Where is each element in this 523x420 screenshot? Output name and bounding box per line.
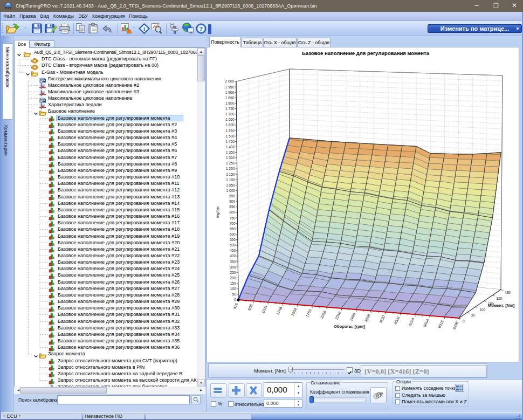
svg-text:2240: 2240 — [334, 311, 341, 320]
svg-text:400: 400 — [230, 254, 236, 258]
svg-text:1 250: 1 250 — [226, 161, 235, 165]
svg-text:2496: 2496 — [349, 312, 356, 321]
svg-text:600: 600 — [230, 232, 236, 236]
svg-text:2 000: 2 000 — [225, 79, 234, 83]
svg-text:1760: 1760 — [305, 308, 312, 318]
svg-text:150: 150 — [230, 281, 236, 285]
svg-text:Обороты, [rpm]: Обороты, [rpm] — [334, 324, 365, 329]
svg-text:250: 250 — [230, 271, 236, 274]
svg-text:1 350: 1 350 — [226, 150, 235, 154]
svg-text:320: 320 — [496, 297, 502, 300]
svg-text:5024: 5024 — [408, 317, 415, 326]
svg-text:1 700: 1 700 — [225, 112, 235, 116]
svg-text:950: 950 — [229, 194, 235, 198]
svg-text:1504: 1504 — [291, 307, 298, 316]
svg-text:1 800: 1 800 — [225, 101, 235, 105]
svg-text:0: 0 — [463, 319, 465, 323]
svg-text:450: 450 — [230, 249, 236, 252]
svg-text:1 100: 1 100 — [226, 178, 235, 182]
svg-text:1 900: 1 900 — [225, 91, 235, 94]
svg-text:100: 100 — [230, 287, 236, 291]
svg-text:1 500: 1 500 — [225, 134, 235, 138]
svg-text:1 400: 1 400 — [226, 145, 235, 149]
svg-text:1 600: 1 600 — [225, 123, 235, 127]
svg-text:100: 100 — [479, 308, 485, 312]
svg-text:1 650: 1 650 — [225, 118, 235, 121]
svg-text:5504: 5504 — [423, 318, 430, 327]
svg-text:50: 50 — [232, 292, 237, 296]
svg-text:1 000: 1 000 — [226, 189, 235, 192]
svg-text:550: 550 — [230, 238, 236, 242]
svg-text:1 050: 1 050 — [226, 183, 235, 187]
svg-text:Базовое наполнение для регулир: Базовое наполнение для регулирования мом… — [302, 50, 430, 56]
svg-text:850: 850 — [229, 205, 235, 209]
svg-text:500: 500 — [230, 243, 236, 247]
svg-text:i: i — [143, 25, 145, 32]
svg-text:200: 200 — [230, 276, 236, 280]
svg-text:30: 30 — [471, 313, 476, 317]
svg-text:1024: 1024 — [261, 305, 268, 314]
svg-text:1 300: 1 300 — [226, 156, 235, 160]
svg-text:1 450: 1 450 — [226, 140, 235, 143]
svg-text:1 200: 1 200 — [226, 167, 235, 170]
svg-text:800: 800 — [229, 210, 235, 214]
svg-text:650: 650 — [230, 227, 236, 231]
svg-text:700: 700 — [230, 222, 236, 225]
svg-text:300: 300 — [230, 265, 236, 269]
svg-text:416: 416 — [232, 302, 238, 310]
svg-text:608: 608 — [247, 304, 253, 311]
svg-text:350: 350 — [230, 260, 236, 264]
svg-text:6496: 6496 — [452, 321, 459, 330]
svg-text:4000: 4000 — [393, 316, 400, 325]
svg-text:1 550: 1 550 — [225, 129, 235, 133]
svg-text:3008: 3008 — [364, 313, 371, 322]
svg-text:1 150: 1 150 — [226, 173, 235, 176]
svg-text:?: ? — [199, 25, 203, 33]
svg-text:480: 480 — [505, 291, 511, 294]
svg-text:2016: 2016 — [320, 309, 327, 319]
svg-text:0: 0 — [234, 298, 236, 301]
svg-text:6016: 6016 — [437, 320, 444, 329]
svg-text:750: 750 — [229, 216, 235, 220]
svg-text:mg/cyc: mg/cyc — [216, 205, 220, 218]
svg-text:3520: 3520 — [379, 315, 386, 324]
svg-text:1 750: 1 750 — [225, 107, 235, 111]
svg-text:900: 900 — [229, 199, 235, 203]
svg-text:1248: 1248 — [276, 306, 283, 315]
svg-text:1 850: 1 850 — [225, 96, 235, 100]
svg-text:1 950: 1 950 — [225, 85, 235, 89]
svg-text:Момент, [Nm]: Момент, [Nm] — [488, 303, 515, 308]
